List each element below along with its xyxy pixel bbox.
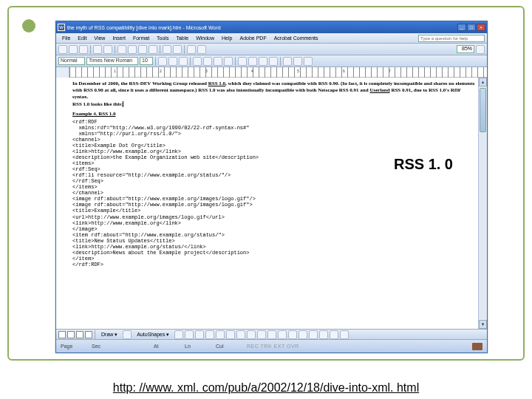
scroll-up-button[interactable]: ▲ [479,78,487,86]
help-search-input[interactable] [418,35,485,42]
window-title: the myth of RSS compatibility [dive into… [67,25,221,30]
spell-status-icon[interactable] [472,343,482,350]
underline-button[interactable] [179,57,188,66]
slide-bullet [22,19,35,33]
italic-button[interactable] [168,57,177,66]
cut-button[interactable] [128,45,137,54]
status-ln: Ln [185,344,205,349]
menu-window[interactable]: Window [192,35,218,41]
menu-format[interactable]: Format [129,35,153,41]
autoshapes-menu[interactable]: AutoShapes ▾ [133,331,173,338]
font-color-button[interactable] [304,57,313,66]
print-preview-button[interactable] [103,45,112,54]
threedee-button[interactable] [340,330,349,339]
undo-button[interactable] [163,45,171,54]
menu-acrobat-comments[interactable]: Acrobat Comments [270,35,322,41]
print-view-button[interactable] [76,331,83,338]
ruler-mark: 3 [205,69,208,73]
arrow-style-button[interactable] [319,330,328,339]
separator-icon [115,45,115,54]
vertical-scrollbar[interactable]: ▲ ▼ [478,78,487,329]
menu-adobe-pdf[interactable]: Adobe PDF [236,35,270,41]
rss-callout-label: RSS 1. 0 [389,154,457,174]
word-window: W the myth of RSS compatibility [dive in… [55,21,488,353]
new-doc-button[interactable] [58,45,67,54]
hyperlink-button[interactable] [187,45,196,54]
menu-tools[interactable]: Tools [153,35,172,41]
footer-url: http: //www. xml. com/pub/a/2002/12/18/d… [0,381,532,395]
formatting-toolbar: Normal Times New Roman 10 [56,55,487,67]
ruler-mark: 7 [389,69,391,73]
numbered-list-button[interactable] [238,57,247,66]
ruler-mark: 4 [251,69,253,73]
horizontal-ruler[interactable]: 1 2 3 4 5 6 7 [56,67,487,78]
font-color-button[interactable] [288,330,297,339]
menu-help[interactable]: Help [218,35,236,41]
spellcheck-button[interactable] [117,45,126,54]
separator-icon [95,330,95,339]
increase-indent-button[interactable] [269,57,278,66]
rectangle-button[interactable] [195,330,204,339]
drawing-toolbar: Draw ▾ AutoShapes ▾ [56,329,487,339]
print-button[interactable] [93,45,102,54]
line-color-button[interactable] [278,330,287,339]
normal-view-button[interactable] [58,331,66,338]
style-select[interactable]: Normal [58,57,85,65]
menu-insert[interactable]: Insert [109,35,129,41]
line-style-button[interactable] [299,330,307,339]
draw-menu[interactable]: Draw ▾ [98,331,121,338]
dash-style-button[interactable] [309,330,318,339]
font-select[interactable]: Times New Roman [86,57,138,65]
decrease-indent-button[interactable] [259,57,267,66]
diagram-button[interactable] [236,330,245,339]
outline-view-button[interactable] [85,331,92,338]
fill-color-button[interactable] [267,330,276,339]
minimize-button[interactable]: _ [457,24,466,31]
font-size-select[interactable]: 10 [140,57,153,65]
borders-button[interactable] [283,57,292,66]
web-view-button[interactable] [67,331,75,338]
scroll-thumb[interactable] [480,88,486,132]
bold-button[interactable] [158,57,167,66]
maximize-button[interactable]: □ [467,24,476,31]
wordart-button[interactable] [226,330,235,339]
menu-file[interactable]: File [58,35,74,41]
separator-icon [190,57,191,66]
scroll-down-button[interactable]: ▼ [479,320,487,329]
picture-button[interactable] [257,330,266,339]
text-cursor-icon [123,101,123,107]
oval-button[interactable] [205,330,214,339]
paste-button[interactable] [149,45,157,54]
menu-table[interactable]: Table [172,35,192,41]
shadow-button[interactable] [330,330,338,339]
arrow-button[interactable] [185,330,194,339]
bullet-list-button[interactable] [248,57,257,66]
status-sec: Sec [92,344,112,349]
textbox-button[interactable] [216,330,225,339]
zoom-select[interactable]: 85% [457,45,474,53]
close-button[interactable]: × [477,24,485,31]
save-button[interactable] [79,45,88,54]
clipart-button[interactable] [247,330,256,339]
toolbar-options-button[interactable] [476,45,485,54]
align-left-button[interactable] [193,57,202,66]
menu-view[interactable]: View [90,35,109,41]
copy-button[interactable] [138,45,147,54]
tables-button[interactable] [197,45,206,54]
justify-button[interactable] [224,57,233,66]
ruler-mark: 6 [343,69,345,73]
redo-button[interactable] [173,45,182,54]
open-button[interactable] [69,45,78,54]
separator-icon [235,57,236,66]
align-center-button[interactable] [203,57,212,66]
ruler-mark: 1 [114,69,116,73]
document-area[interactable]: In December of 2000, the RSS-DEV Working… [56,78,487,329]
line-button[interactable] [174,330,183,339]
menu-edit[interactable]: Edit [74,35,90,41]
separator-icon [184,45,185,54]
align-right-button[interactable] [214,57,222,66]
select-objects-button[interactable] [123,330,132,339]
ruler-corner [56,67,69,78]
highlight-button[interactable] [293,57,302,66]
titlebar: W the myth of RSS compatibility [dive in… [56,21,487,33]
